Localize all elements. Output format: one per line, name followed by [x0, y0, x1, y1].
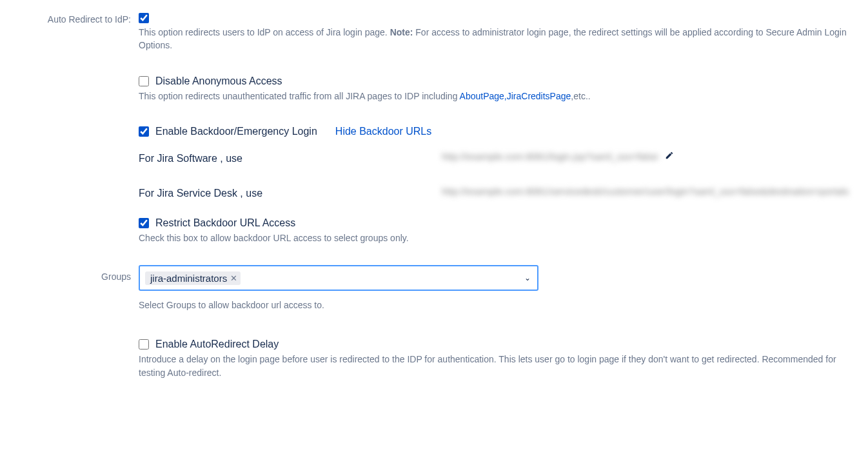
autoredirect-delay-label: Enable AutoRedirect Delay — [155, 339, 279, 350]
autoredirect-delay-help: Introduce a delay on the login page befo… — [139, 353, 858, 379]
restrict-backdoor-label: Restrict Backdoor URL Access — [155, 217, 295, 229]
groups-label: Groups — [10, 265, 139, 333]
jira-servicedesk-url-value: http://example.com:8081/servicedesk/cust… — [442, 186, 849, 197]
groups-help: Select Groups to allow backdoor url acce… — [139, 299, 858, 311]
autoredirect-delay-checkbox[interactable] — [139, 339, 149, 350]
auto-redirect-label: Auto Redirect to IdP: — [10, 13, 139, 70]
enable-backdoor-label: Enable Backdoor/Emergency Login — [155, 126, 317, 137]
about-pages-link[interactable]: AboutPage,JiraCreditsPage — [460, 91, 571, 101]
enable-backdoor-checkbox[interactable] — [139, 126, 149, 137]
jira-software-url-label: For Jira Software , use — [139, 149, 442, 164]
auto-redirect-checkbox[interactable] — [139, 13, 149, 23]
groups-select[interactable]: jira-administrators ✕ ⌄ — [139, 265, 538, 291]
group-chip-label: jira-administrators — [150, 273, 227, 284]
chevron-down-icon[interactable]: ⌄ — [524, 273, 531, 282]
jira-servicedesk-url-label: For Jira Service Desk , use — [139, 184, 442, 199]
group-chip[interactable]: jira-administrators ✕ — [145, 271, 241, 285]
disable-anonymous-checkbox[interactable] — [139, 76, 149, 86]
pencil-icon[interactable] — [665, 151, 674, 162]
disable-anonymous-help: This option redirects unauthenticated tr… — [139, 90, 858, 103]
restrict-backdoor-help: Check this box to allow backdoor URL acc… — [139, 232, 858, 244]
disable-anonymous-label: Disable Anonymous Access — [155, 75, 282, 87]
jira-software-url-value: http://example.com:8081/login.jsp?saml_s… — [442, 151, 658, 162]
close-icon[interactable]: ✕ — [230, 273, 237, 283]
hide-backdoor-urls-link[interactable]: Hide Backdoor URLs — [335, 126, 431, 137]
restrict-backdoor-checkbox[interactable] — [139, 218, 149, 228]
auto-redirect-help: This option redirects users to IdP on ac… — [139, 26, 858, 52]
